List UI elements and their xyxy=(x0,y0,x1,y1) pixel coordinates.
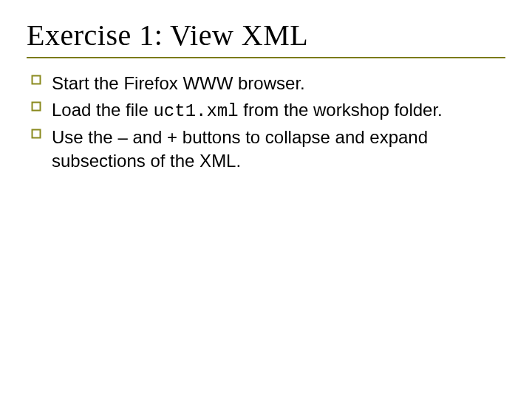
bullet-text-pre: Start the Firefox WWW browser. xyxy=(52,73,305,93)
slide: Exercise 1: View XML Start the Firefox W… xyxy=(0,0,532,399)
square-bullet-icon xyxy=(31,129,41,139)
title-underline xyxy=(27,57,505,58)
list-item: Start the Firefox WWW browser. xyxy=(31,72,505,97)
bullet-text-code: uct1.xml xyxy=(153,101,238,121)
slide-title: Exercise 1: View XML xyxy=(27,18,505,52)
svg-rect-0 xyxy=(33,76,41,84)
bullet-text-pre: Use the – and + buttons to collapse and … xyxy=(52,127,428,171)
square-bullet-icon xyxy=(31,101,41,112)
square-bullet-icon xyxy=(31,75,41,85)
bullet-text-pre: Load the file xyxy=(52,100,153,120)
svg-rect-1 xyxy=(33,103,41,111)
list-item: Use the – and + buttons to collapse and … xyxy=(31,126,505,175)
bullet-text-post: from the workshop folder. xyxy=(239,100,443,120)
svg-rect-2 xyxy=(33,129,41,137)
bullet-list: Start the Firefox WWW browser. Load the … xyxy=(31,72,505,175)
list-item: Load the file uct1.xml from the workshop… xyxy=(31,98,505,123)
